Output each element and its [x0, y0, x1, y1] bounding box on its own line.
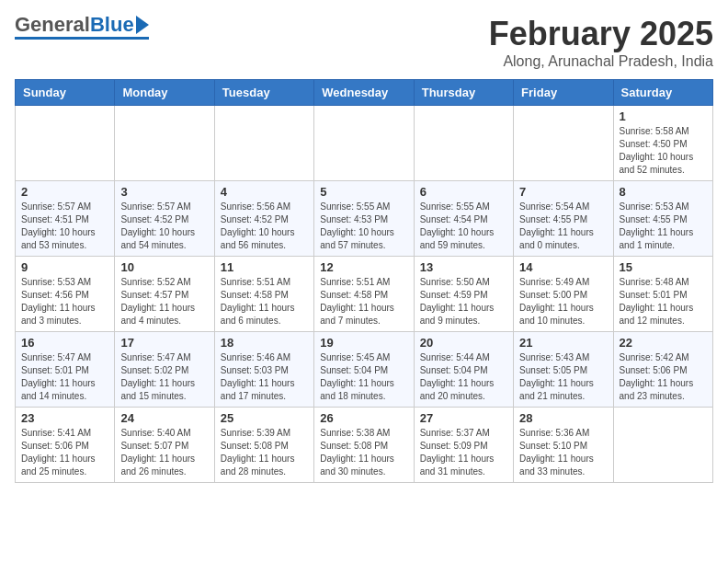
day-number: 5 — [320, 185, 407, 199]
day-number: 4 — [221, 185, 308, 199]
calendar-cell — [414, 106, 513, 181]
calendar-cell: 10Sunrise: 5:52 AM Sunset: 4:57 PM Dayli… — [115, 257, 214, 332]
day-info: Sunrise: 5:57 AM Sunset: 4:52 PM Dayligh… — [120, 201, 208, 252]
calendar-cell: 13Sunrise: 5:50 AM Sunset: 4:59 PM Dayli… — [414, 257, 513, 332]
day-info: Sunrise: 5:49 AM Sunset: 5:00 PM Dayligh… — [519, 276, 607, 327]
calendar-cell: 17Sunrise: 5:47 AM Sunset: 5:02 PM Dayli… — [115, 332, 214, 408]
day-number: 13 — [420, 260, 507, 274]
location-title: Along, Arunachal Pradesh, India — [489, 53, 713, 70]
day-number: 8 — [620, 185, 707, 199]
logo-underline — [15, 37, 149, 40]
day-number: 16 — [21, 336, 108, 350]
day-info: Sunrise: 5:44 AM Sunset: 5:04 PM Dayligh… — [420, 351, 507, 403]
calendar-cell: 25Sunrise: 5:39 AM Sunset: 5:08 PM Dayli… — [214, 408, 313, 483]
day-info: Sunrise: 5:58 AM Sunset: 4:50 PM Dayligh… — [620, 125, 707, 177]
calendar-week-row: 2Sunrise: 5:57 AM Sunset: 4:51 PM Daylig… — [16, 181, 713, 257]
day-info: Sunrise: 5:55 AM Sunset: 4:53 PM Dayligh… — [320, 201, 407, 252]
calendar-cell: 21Sunrise: 5:43 AM Sunset: 5:05 PM Dayli… — [514, 332, 613, 408]
day-info: Sunrise: 5:53 AM Sunset: 4:56 PM Dayligh… — [21, 276, 108, 327]
calendar-cell: 11Sunrise: 5:51 AM Sunset: 4:58 PM Dayli… — [214, 257, 313, 332]
calendar-cell: 24Sunrise: 5:40 AM Sunset: 5:07 PM Dayli… — [115, 408, 214, 483]
calendar-cell: 27Sunrise: 5:37 AM Sunset: 5:09 PM Dayli… — [414, 408, 513, 483]
calendar-cell — [16, 106, 115, 181]
day-info: Sunrise: 5:40 AM Sunset: 5:07 PM Dayligh… — [120, 427, 208, 478]
day-info: Sunrise: 5:53 AM Sunset: 4:55 PM Dayligh… — [620, 201, 707, 252]
day-info: Sunrise: 5:36 AM Sunset: 5:10 PM Dayligh… — [519, 427, 607, 478]
calendar-week-row: 1Sunrise: 5:58 AM Sunset: 4:50 PM Daylig… — [16, 106, 713, 181]
calendar-cell: 4Sunrise: 5:56 AM Sunset: 4:52 PM Daylig… — [214, 181, 313, 257]
day-number: 23 — [21, 411, 108, 425]
logo-general-text: General — [15, 15, 90, 35]
day-number: 28 — [519, 411, 607, 425]
weekday-header-thursday: Thursday — [414, 80, 513, 106]
day-number: 12 — [320, 260, 407, 274]
calendar-cell: 14Sunrise: 5:49 AM Sunset: 5:00 PM Dayli… — [514, 257, 613, 332]
calendar-week-row: 16Sunrise: 5:47 AM Sunset: 5:01 PM Dayli… — [16, 332, 713, 408]
day-number: 9 — [21, 260, 108, 274]
day-number: 25 — [221, 411, 308, 425]
calendar-cell: 1Sunrise: 5:58 AM Sunset: 4:50 PM Daylig… — [613, 106, 712, 181]
logo-arrow-icon — [136, 16, 149, 34]
day-number: 14 — [519, 260, 607, 274]
logo-blue-text: Blue — [90, 15, 134, 35]
calendar-cell: 9Sunrise: 5:53 AM Sunset: 4:56 PM Daylig… — [16, 257, 115, 332]
calendar-week-row: 9Sunrise: 5:53 AM Sunset: 4:56 PM Daylig… — [16, 257, 713, 332]
day-info: Sunrise: 5:39 AM Sunset: 5:08 PM Dayligh… — [221, 427, 308, 478]
day-number: 22 — [620, 336, 707, 350]
calendar-week-row: 23Sunrise: 5:41 AM Sunset: 5:06 PM Dayli… — [16, 408, 713, 483]
day-info: Sunrise: 5:55 AM Sunset: 4:54 PM Dayligh… — [420, 201, 507, 252]
day-info: Sunrise: 5:42 AM Sunset: 5:06 PM Dayligh… — [620, 351, 707, 403]
day-number: 21 — [519, 336, 607, 350]
calendar-cell: 12Sunrise: 5:51 AM Sunset: 4:58 PM Dayli… — [314, 257, 414, 332]
day-info: Sunrise: 5:52 AM Sunset: 4:57 PM Dayligh… — [120, 276, 208, 327]
day-number: 3 — [120, 185, 208, 199]
day-number: 17 — [120, 336, 208, 350]
calendar-cell: 16Sunrise: 5:47 AM Sunset: 5:01 PM Dayli… — [16, 332, 115, 408]
calendar-cell: 22Sunrise: 5:42 AM Sunset: 5:06 PM Dayli… — [613, 332, 712, 408]
weekday-header-tuesday: Tuesday — [214, 80, 313, 106]
day-info: Sunrise: 5:43 AM Sunset: 5:05 PM Dayligh… — [519, 351, 607, 403]
day-info: Sunrise: 5:57 AM Sunset: 4:51 PM Dayligh… — [21, 201, 108, 252]
day-number: 20 — [420, 336, 507, 350]
calendar-table: SundayMondayTuesdayWednesdayThursdayFrid… — [15, 79, 713, 483]
day-number: 18 — [221, 336, 308, 350]
day-info: Sunrise: 5:54 AM Sunset: 4:55 PM Dayligh… — [519, 201, 607, 252]
day-number: 6 — [420, 185, 507, 199]
weekday-header-wednesday: Wednesday — [314, 80, 414, 106]
calendar-cell: 28Sunrise: 5:36 AM Sunset: 5:10 PM Dayli… — [514, 408, 613, 483]
day-number: 24 — [120, 411, 208, 425]
calendar-cell: 5Sunrise: 5:55 AM Sunset: 4:53 PM Daylig… — [314, 181, 414, 257]
calendar-cell: 20Sunrise: 5:44 AM Sunset: 5:04 PM Dayli… — [414, 332, 513, 408]
weekday-header-sunday: Sunday — [16, 80, 115, 106]
calendar-cell: 23Sunrise: 5:41 AM Sunset: 5:06 PM Dayli… — [16, 408, 115, 483]
day-info: Sunrise: 5:51 AM Sunset: 4:58 PM Dayligh… — [221, 276, 308, 327]
weekday-header-row: SundayMondayTuesdayWednesdayThursdayFrid… — [16, 80, 713, 106]
calendar-cell — [115, 106, 214, 181]
day-info: Sunrise: 5:46 AM Sunset: 5:03 PM Dayligh… — [221, 351, 308, 403]
day-number: 10 — [120, 260, 208, 274]
day-info: Sunrise: 5:56 AM Sunset: 4:52 PM Dayligh… — [221, 201, 308, 252]
title-section: February 2025 Along, Arunachal Pradesh, … — [489, 15, 713, 70]
weekday-header-friday: Friday — [514, 80, 613, 106]
day-info: Sunrise: 5:41 AM Sunset: 5:06 PM Dayligh… — [21, 427, 108, 478]
calendar-cell: 18Sunrise: 5:46 AM Sunset: 5:03 PM Dayli… — [214, 332, 313, 408]
day-info: Sunrise: 5:48 AM Sunset: 5:01 PM Dayligh… — [620, 276, 707, 327]
calendar-cell: 7Sunrise: 5:54 AM Sunset: 4:55 PM Daylig… — [514, 181, 613, 257]
day-info: Sunrise: 5:50 AM Sunset: 4:59 PM Dayligh… — [420, 276, 507, 327]
calendar-cell — [314, 106, 414, 181]
day-info: Sunrise: 5:51 AM Sunset: 4:58 PM Dayligh… — [320, 276, 407, 327]
day-info: Sunrise: 5:37 AM Sunset: 5:09 PM Dayligh… — [420, 427, 507, 478]
calendar-body: 1Sunrise: 5:58 AM Sunset: 4:50 PM Daylig… — [16, 106, 713, 483]
calendar-cell: 15Sunrise: 5:48 AM Sunset: 5:01 PM Dayli… — [613, 257, 712, 332]
day-number: 26 — [320, 411, 407, 425]
calendar-cell: 26Sunrise: 5:38 AM Sunset: 5:08 PM Dayli… — [314, 408, 414, 483]
calendar-cell: 8Sunrise: 5:53 AM Sunset: 4:55 PM Daylig… — [613, 181, 712, 257]
day-number: 19 — [320, 336, 407, 350]
month-title: February 2025 — [489, 15, 713, 53]
calendar-header: SundayMondayTuesdayWednesdayThursdayFrid… — [16, 80, 713, 106]
weekday-header-saturday: Saturday — [613, 80, 712, 106]
calendar-cell: 19Sunrise: 5:45 AM Sunset: 5:04 PM Dayli… — [314, 332, 414, 408]
header: General Blue February 2025 Along, Arunac… — [15, 15, 713, 70]
day-number: 1 — [620, 109, 707, 123]
day-info: Sunrise: 5:45 AM Sunset: 5:04 PM Dayligh… — [320, 351, 407, 403]
